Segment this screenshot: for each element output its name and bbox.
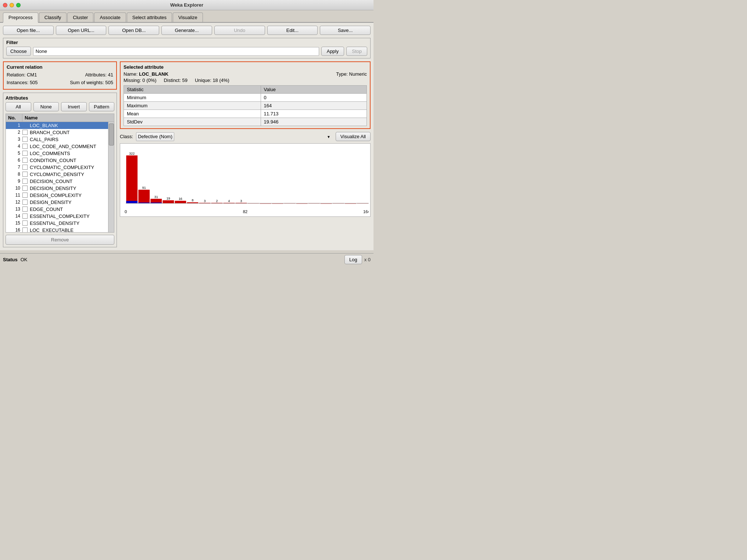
tab-associate[interactable]: Associate <box>94 12 126 22</box>
stop-button[interactable]: Stop <box>346 47 367 56</box>
tab-preprocess[interactable]: Preprocess <box>3 12 38 23</box>
attr-list-item[interactable]: 1 LOC_BLANK <box>6 122 108 129</box>
attr-checkbox[interactable] <box>22 213 28 219</box>
undo-button[interactable]: Undo <box>214 26 265 35</box>
attr-checkbox[interactable] <box>22 172 28 177</box>
maximize-button[interactable] <box>16 3 21 7</box>
stat-name: Mean <box>124 110 261 118</box>
tab-select-attributes[interactable]: Select attributes <box>127 12 172 22</box>
attr-checkbox[interactable] <box>22 144 28 149</box>
log-button[interactable]: Log <box>344 255 362 264</box>
attr-list-item[interactable]: 10 DECISION_DENSITY <box>6 185 108 192</box>
apply-button[interactable]: Apply <box>321 47 344 56</box>
col-no-header: No. <box>6 114 22 122</box>
attr-checkbox[interactable] <box>22 200 28 205</box>
filter-row: Choose Apply Stop <box>6 47 367 56</box>
stat-value: 0 <box>261 94 367 102</box>
attr-no: 11 <box>6 193 22 198</box>
attr-list-item[interactable]: 9 DECISION_COUNT <box>6 178 108 185</box>
attr-list-item[interactable]: 2 BRANCH_COUNT <box>6 129 108 136</box>
attr-buttons-row: All None Invert Pattern <box>6 102 114 111</box>
attr-checkbox[interactable] <box>22 227 28 232</box>
attr-list-item[interactable]: 14 ESSENTIAL_COMPLEXITY <box>6 213 108 220</box>
class-select-wrapper: Defective (Nom) <box>136 132 333 141</box>
attr-list-item[interactable]: 8 CYCLOMATIC_DENSITY <box>6 171 108 178</box>
class-row: Class: Defective (Nom) Visualize All <box>120 132 371 141</box>
svg-text:3: 3 <box>204 199 205 203</box>
current-relation-box: Current relation Relation: CM1 Attribute… <box>3 61 117 90</box>
attr-name-text: DESIGN_COMPLEXITY <box>29 193 108 198</box>
attr-list-item[interactable]: 12 DESIGN_DENSITY <box>6 199 108 206</box>
attr-checkbox[interactable] <box>22 151 28 156</box>
choose-button[interactable]: Choose <box>6 47 31 56</box>
current-relation-title: Current relation <box>7 64 113 70</box>
attr-list-item[interactable]: 16 LOC_EXECUTABLE <box>6 227 108 232</box>
generate-button[interactable]: Generate... <box>161 26 212 35</box>
attr-type-label: Type: Numeric <box>336 71 367 77</box>
open-file-button[interactable]: Open file... <box>3 26 54 35</box>
tab-visualize[interactable]: Visualize <box>173 12 203 22</box>
remove-button[interactable]: Remove <box>6 235 114 245</box>
attr-checkbox[interactable] <box>22 158 28 163</box>
attr-checkbox[interactable] <box>22 193 28 198</box>
attr-checkbox[interactable] <box>22 179 28 184</box>
svg-text:82: 82 <box>243 209 247 214</box>
attr-list-item[interactable]: 11 DESIGN_COMPLEXITY <box>6 192 108 199</box>
attr-list-item[interactable]: 3 CALL_PAIRS <box>6 136 108 143</box>
attr-name-text: DECISION_COUNT <box>29 179 108 184</box>
svg-text:16: 16 <box>179 197 182 201</box>
instances-row: Instances: 505 Sum of weights: 505 <box>7 79 113 87</box>
attr-name-text: CALL_PAIRS <box>29 137 108 142</box>
attr-checkbox[interactable] <box>22 123 28 128</box>
attr-no: 15 <box>6 220 22 226</box>
attr-list-item[interactable]: 5 LOC_COMMENTS <box>6 150 108 157</box>
svg-text:19: 19 <box>167 197 170 200</box>
invert-button[interactable]: Invert <box>61 102 87 111</box>
attr-list-item[interactable]: 6 CONDITION_COUNT <box>6 157 108 164</box>
attr-checkbox[interactable] <box>22 207 28 212</box>
attr-list-item[interactable]: 15 ESSENTIAL_DENSITY <box>6 220 108 227</box>
attr-list[interactable]: 1 LOC_BLANK 2 BRANCH_COUNT 3 CALL_PAIRS … <box>6 122 108 232</box>
attr-name-text: BRANCH_COUNT <box>29 130 108 135</box>
attr-checkbox[interactable] <box>22 165 28 170</box>
stats-row: Maximum 164 <box>124 102 367 110</box>
svg-text:8: 8 <box>192 199 193 202</box>
attr-distinct-label: Distinct: 59 <box>164 78 187 83</box>
attr-list-wrapper: 1 LOC_BLANK 2 BRANCH_COUNT 3 CALL_PAIRS … <box>6 122 114 233</box>
visualize-all-button[interactable]: Visualize All <box>336 132 371 141</box>
pattern-button[interactable]: Pattern <box>89 102 115 111</box>
attr-list-item[interactable]: 7 CYCLOMATIC_COMPLEXITY <box>6 164 108 171</box>
class-label: Class: <box>120 134 133 139</box>
all-button[interactable]: All <box>6 102 31 111</box>
tab-cluster[interactable]: Cluster <box>67 12 93 22</box>
open-db-button[interactable]: Open DB... <box>108 26 159 35</box>
scrollbar-thumb[interactable] <box>109 123 114 146</box>
svg-text:322: 322 <box>129 152 135 155</box>
x0-label: x 0 <box>364 257 371 262</box>
svg-text:91: 91 <box>142 186 146 190</box>
minimize-button[interactable] <box>10 3 14 7</box>
save-button[interactable]: Save... <box>320 26 371 35</box>
scrollbar[interactable] <box>108 122 114 232</box>
stat-value: 19.946 <box>261 118 367 126</box>
attr-list-item[interactable]: 4 LOC_CODE_AND_COMMENT <box>6 143 108 150</box>
filter-input[interactable] <box>33 47 319 56</box>
stat-name: StdDev <box>124 118 261 126</box>
attr-list-item[interactable]: 13 EDGE_COUNT <box>6 206 108 213</box>
attr-no: 5 <box>6 151 22 156</box>
close-button[interactable] <box>3 3 7 7</box>
stat-name: Maximum <box>124 102 261 110</box>
attr-name-text: CYCLOMATIC_DENSITY <box>29 172 108 177</box>
status-text: OK <box>21 257 342 262</box>
window-controls[interactable] <box>3 3 21 7</box>
attr-checkbox[interactable] <box>22 130 28 135</box>
class-select[interactable]: Defective (Nom) <box>136 132 174 141</box>
attr-checkbox[interactable] <box>22 186 28 191</box>
tab-classify[interactable]: Classify <box>39 12 67 22</box>
main-panels: Current relation Relation: CM1 Attribute… <box>3 61 371 247</box>
none-button[interactable]: None <box>33 102 59 111</box>
open-url-button[interactable]: Open URL... <box>56 26 107 35</box>
attr-checkbox[interactable] <box>22 220 28 226</box>
edit-button[interactable]: Edit... <box>267 26 318 35</box>
attr-checkbox[interactable] <box>22 137 28 142</box>
